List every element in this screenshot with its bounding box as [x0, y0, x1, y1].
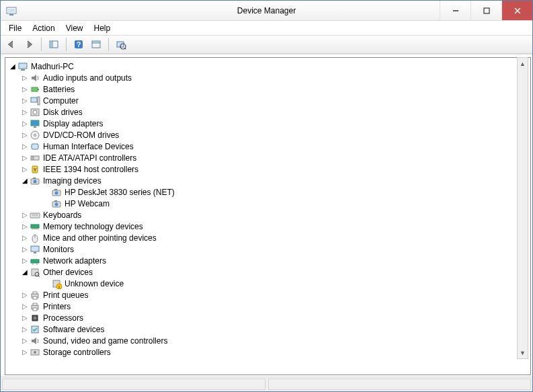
tree-device[interactable]: HP DeskJet 3830 series (NET) [8, 186, 530, 198]
tree-toggle-icon[interactable]: ▷ [20, 154, 30, 161]
tree-toggle-icon[interactable]: ▷ [20, 303, 30, 310]
tree-category[interactable]: ▷Keyboards [8, 209, 530, 221]
svg-point-29 [34, 134, 36, 136]
keyboard-icon [30, 210, 40, 221]
tree-category[interactable]: ▷Software devices [8, 323, 530, 335]
show-hide-console-button[interactable] [46, 36, 62, 52]
svg-rect-14 [93, 42, 99, 43]
tree-toggle-icon[interactable]: ▷ [20, 211, 30, 219]
svg-rect-26 [31, 120, 39, 126]
tree-category-label: Memory technology devices [43, 222, 143, 231]
other-icon [30, 267, 40, 278]
svg-rect-23 [38, 97, 40, 105]
tree-category[interactable]: ▷IDE ATA/ATAPI controllers [8, 152, 530, 163]
tree-category-label: Storage controllers [43, 348, 111, 357]
tree-category[interactable]: ▷Human Interface Devices [8, 141, 530, 152]
tree-toggle-icon[interactable]: ▷ [20, 120, 30, 127]
svg-rect-30 [32, 144, 38, 149]
minimize-button[interactable] [440, 1, 470, 20]
tree-toggle-icon[interactable]: ▷ [20, 291, 30, 299]
tree-category[interactable]: ▷Printers [8, 301, 530, 312]
battery-icon [30, 84, 40, 95]
tree-category-label: Audio inputs and outputs [43, 73, 132, 83]
menu-view[interactable]: View [60, 22, 89, 34]
svg-text:Y: Y [34, 167, 37, 172]
tree-category[interactable]: ◢Other devices [8, 266, 530, 278]
svg-rect-49 [32, 228, 38, 229]
tree-toggle-icon[interactable]: ◢ [8, 63, 17, 70]
tree-toggle-icon[interactable]: ▷ [20, 257, 30, 264]
tree-category[interactable]: ▷Mice and other pointing devices [8, 232, 530, 243]
tree-toggle-icon[interactable]: ▷ [20, 165, 30, 173]
tree-toggle-icon[interactable]: ▷ [20, 337, 30, 344]
tree-device[interactable]: !Unknown device [8, 278, 530, 289]
properties-button[interactable] [88, 36, 104, 52]
tree-category[interactable]: ◢Imaging devices [8, 175, 530, 186]
tree-toggle-icon[interactable]: ▷ [20, 143, 30, 150]
tree-toggle-icon[interactable]: ◢ [20, 177, 30, 184]
tree-category[interactable]: ▷YIEEE 1394 host controllers [8, 163, 530, 175]
tree-category[interactable]: ▷Processors [8, 312, 530, 323]
ide-icon [30, 153, 40, 163]
tree-category[interactable]: ▷Audio inputs and outputs [8, 72, 530, 83]
svg-point-43 [55, 202, 58, 206]
tree-toggle-icon[interactable]: ▷ [20, 325, 30, 333]
tree-device-label: Unknown device [65, 279, 124, 288]
tree-category[interactable]: ▷Sound, video and game controllers [8, 335, 530, 346]
tree-category-label: Print queues [43, 290, 88, 300]
menubar: File Action View Help [1, 21, 532, 35]
tree-device-label: HP Webcam [65, 199, 110, 208]
dvd-icon [30, 130, 40, 141]
tree-toggle-icon[interactable]: ▷ [20, 245, 30, 253]
tree-toggle-icon[interactable]: ▷ [20, 85, 30, 93]
tree-category[interactable]: ▷Monitors [8, 243, 530, 255]
tree-device[interactable]: HP Webcam [8, 198, 530, 209]
status-cell [2, 379, 265, 390]
menu-help[interactable]: Help [89, 22, 116, 34]
software-icon [30, 324, 40, 335]
device-tree[interactable]: ◢Madhuri-PC▷Audio inputs and outputs▷Bat… [5, 57, 531, 375]
svg-line-59 [38, 276, 40, 277]
camera-icon [51, 187, 62, 198]
forward-button[interactable] [21, 36, 37, 52]
app-icon [6, 5, 17, 16]
window-title: Device Manager [237, 6, 296, 15]
tree-toggle-icon[interactable]: ▷ [20, 108, 30, 116]
tree-toggle-icon[interactable]: ▷ [20, 234, 30, 241]
tree-category[interactable]: ▷Storage controllers [8, 346, 530, 358]
tree-category[interactable]: ▷DVD/CD-ROM drives [8, 129, 530, 141]
svg-text:?: ? [77, 40, 81, 48]
tree-toggle-icon[interactable]: ▷ [20, 74, 30, 81]
mouse-icon [30, 233, 40, 243]
tree-toggle-icon[interactable]: ◢ [20, 268, 30, 276]
tree-toggle-icon[interactable]: ▷ [20, 97, 30, 104]
tree-root-label[interactable]: Madhuri-PC [31, 62, 74, 71]
tree-category[interactable]: ▷Computer [8, 95, 530, 106]
menu-action[interactable]: Action [27, 22, 60, 34]
svg-rect-9 [50, 42, 52, 47]
tree-toggle-icon[interactable]: ▷ [20, 314, 30, 321]
menu-file[interactable]: File [3, 22, 27, 34]
tree-toggle-icon[interactable]: ▷ [20, 223, 30, 230]
tree-toggle-icon[interactable]: ▷ [20, 131, 30, 139]
tree-category-label: Mice and other pointing devices [43, 233, 157, 243]
svg-rect-38 [33, 178, 36, 179]
tree-category[interactable]: ▷Display adapters [8, 118, 530, 129]
scan-hardware-button[interactable] [113, 36, 129, 52]
tree-category-label: Software devices [43, 325, 104, 334]
back-button[interactable] [3, 36, 19, 52]
svg-rect-67 [33, 303, 37, 305]
help-button[interactable]: ? [71, 36, 87, 52]
camera-icon [51, 198, 62, 209]
tree-category[interactable]: ▷Network adapters [8, 255, 530, 266]
tree-category[interactable]: ▷Memory technology devices [8, 221, 530, 232]
tree-category[interactable]: ▷Disk drives [8, 106, 530, 118]
tree-category[interactable]: ▷Batteries [8, 83, 530, 95]
tree-toggle-icon[interactable]: ▷ [20, 348, 30, 356]
tree-category[interactable]: ▷Print queues [8, 289, 530, 301]
close-button[interactable] [501, 1, 532, 20]
maximize-button[interactable] [470, 1, 501, 20]
svg-rect-18 [19, 63, 27, 69]
tree-category-label: Disk drives [43, 108, 83, 117]
svg-rect-65 [33, 297, 37, 299]
